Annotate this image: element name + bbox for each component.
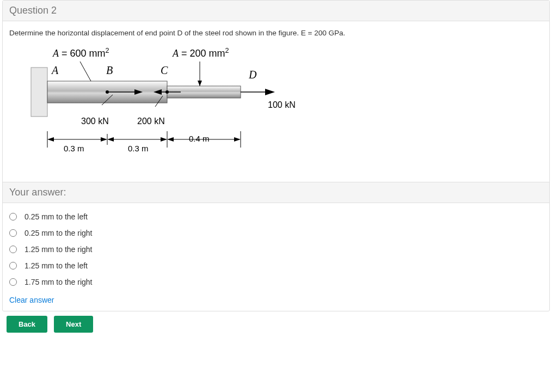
option-4[interactable]: 1.25 mm to the left bbox=[9, 258, 543, 274]
svg-marker-21 bbox=[47, 137, 54, 142]
next-button[interactable]: Next bbox=[54, 316, 93, 333]
option-5[interactable]: 1.75 mm to the right bbox=[9, 274, 543, 290]
svg-marker-24 bbox=[107, 137, 114, 142]
option-radio-3[interactable] bbox=[9, 246, 17, 253]
nav-buttons: Back Next bbox=[0, 311, 552, 335]
svg-marker-22 bbox=[101, 137, 107, 142]
options-list: 0.25 mm to the left 0.25 mm to the right… bbox=[3, 203, 549, 293]
force-label-300: 300 kN bbox=[81, 117, 109, 126]
option-1[interactable]: 0.25 mm to the left bbox=[9, 209, 543, 225]
dim-label-1: 0.3 m bbox=[64, 144, 84, 153]
figure: A = 600 mm2 A = 200 mm2 A B C D bbox=[20, 47, 314, 172]
force-label-100: 100 kN bbox=[268, 100, 296, 110]
dim-label-3: 0.4 m bbox=[189, 134, 210, 143]
question-header: Question 2 bbox=[3, 1, 549, 21]
option-radio-4[interactable] bbox=[9, 262, 17, 270]
option-label-3: 1.25 mm to the right bbox=[24, 245, 93, 254]
svg-marker-15 bbox=[265, 89, 275, 95]
question-title: Question 2 bbox=[9, 5, 57, 16]
question-body: Determine the horizontal displacement of… bbox=[3, 21, 549, 182]
option-label-2: 0.25 mm to the right bbox=[24, 229, 93, 237]
svg-line-3 bbox=[80, 62, 91, 81]
option-label-1: 0.25 mm to the left bbox=[24, 212, 88, 221]
option-2[interactable]: 0.25 mm to the right bbox=[9, 225, 543, 241]
answer-header-text: Your answer: bbox=[9, 187, 66, 198]
svg-rect-0 bbox=[31, 68, 47, 117]
svg-point-12 bbox=[165, 90, 169, 94]
option-label-5: 1.75 mm to the right bbox=[24, 278, 93, 286]
answer-header: Your answer: bbox=[3, 182, 549, 203]
svg-marker-28 bbox=[234, 137, 241, 142]
option-3[interactable]: 1.25 mm to the right bbox=[9, 241, 543, 258]
svg-marker-25 bbox=[161, 137, 167, 142]
option-radio-2[interactable] bbox=[9, 229, 17, 237]
question-prompt: Determine the horizontal displacement of… bbox=[9, 29, 543, 37]
question-card: Question 2 Determine the horizontal disp… bbox=[2, 0, 550, 311]
svg-marker-27 bbox=[167, 137, 174, 142]
dim-label-2: 0.3 m bbox=[128, 144, 149, 153]
option-label-4: 1.25 mm to the left bbox=[24, 261, 88, 270]
clear-answer-link[interactable]: Clear answer bbox=[3, 293, 549, 311]
option-radio-5[interactable] bbox=[9, 278, 17, 286]
force-label-200: 200 kN bbox=[137, 117, 165, 126]
back-button[interactable]: Back bbox=[7, 316, 47, 333]
svg-marker-5 bbox=[198, 81, 202, 86]
option-radio-1[interactable] bbox=[9, 213, 17, 220]
